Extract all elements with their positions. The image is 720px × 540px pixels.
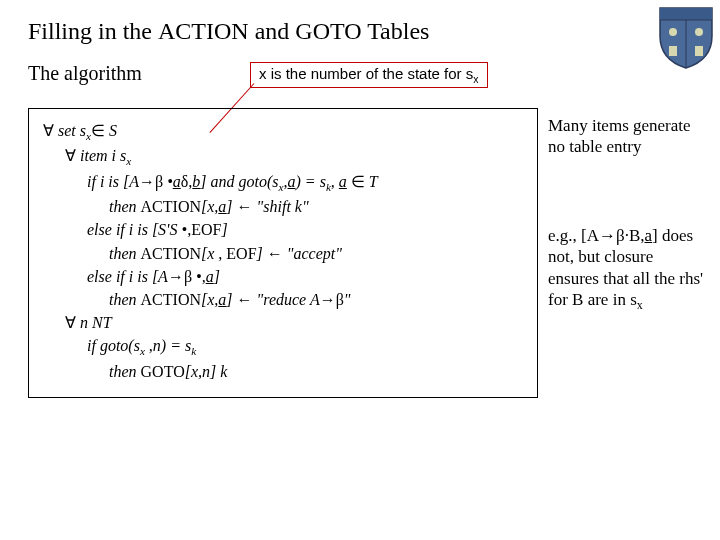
svg-rect-3: [695, 46, 703, 56]
algorithm-box: ∀ set sx∈ S ∀ item i sx if i is [A→β •aδ…: [28, 108, 538, 398]
annotation-callout: x is the number of the state for sx: [250, 62, 488, 88]
page-title: Filling in the ACTION and GOTO Tables: [28, 18, 429, 45]
algo-line-1: ∀ set sx∈ S: [43, 119, 523, 144]
algo-line-10: if goto(sx ,n) = sk: [43, 334, 523, 359]
algo-line-11: then GOTO[x,n] k: [43, 360, 523, 383]
subtitle: The algorithm: [28, 62, 142, 85]
svg-point-0: [669, 28, 677, 36]
algo-line-3: if i is [A→β •aδ,b] and goto(sx,a) = sk,…: [43, 170, 523, 195]
algo-line-9: ∀ n NT: [43, 311, 523, 334]
shield-logo: [658, 6, 714, 70]
algo-line-5: else if i is [S'S •,EOF]: [43, 218, 523, 241]
algo-line-6: then ACTION[x , EOF] ← "accept": [43, 242, 523, 265]
algo-line-7: else if i is [A→β •,a]: [43, 265, 523, 288]
side-note-1: Many items generate no table entry: [548, 115, 708, 158]
algo-line-2: ∀ item i sx: [43, 144, 523, 169]
side-note-2: e.g., [A→β·B,a] does not, but closure en…: [548, 225, 708, 313]
svg-rect-2: [669, 46, 677, 56]
algo-line-4: then ACTION[x,a] ← "shift k": [43, 195, 523, 218]
svg-point-1: [695, 28, 703, 36]
algo-line-8: then ACTION[x,a] ← "reduce A→β": [43, 288, 523, 311]
